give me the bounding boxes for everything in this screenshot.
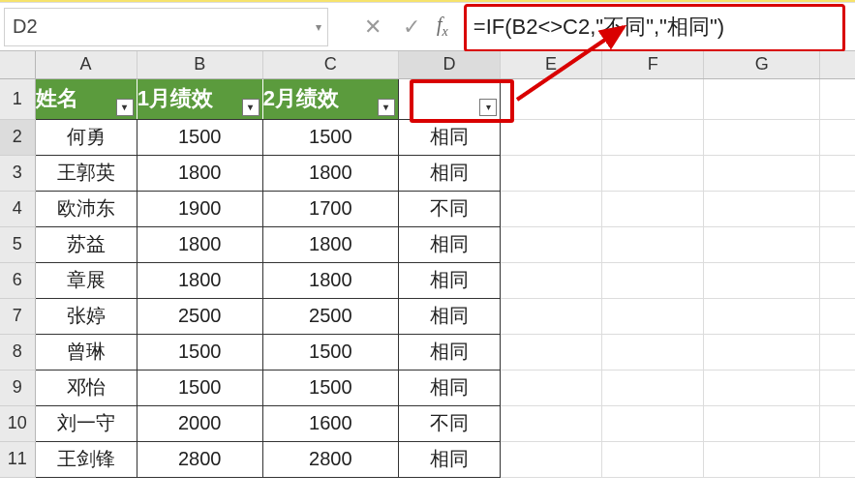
cell-E3[interactable] (501, 155, 602, 191)
cell-A2[interactable]: 何勇 (35, 119, 137, 155)
cell-D4[interactable]: 不同 (398, 191, 500, 226)
chevron-down-icon[interactable]: ▾ (316, 20, 321, 34)
row-header[interactable]: 7 (0, 298, 35, 334)
cell-G4[interactable] (704, 191, 820, 226)
col-header-D[interactable]: D (398, 51, 500, 78)
cell-A8[interactable]: 曾琳 (35, 334, 137, 370)
cell-G9[interactable] (704, 370, 820, 405)
cell-B3[interactable]: 1800 (137, 155, 262, 191)
col-header-E[interactable]: E (501, 51, 602, 78)
cell-C3[interactable]: 1800 (262, 155, 398, 191)
row-header[interactable]: 2 (0, 119, 35, 155)
cell-B5[interactable]: 1800 (137, 226, 262, 262)
cancel-icon[interactable]: ✕ (353, 8, 392, 46)
cell-C11[interactable]: 2800 (262, 441, 398, 477)
row-header[interactable]: 4 (0, 191, 35, 226)
cell-C6[interactable]: 1800 (262, 262, 398, 298)
cell-D6[interactable]: 相同 (398, 262, 500, 298)
cell-B10[interactable]: 2000 (137, 405, 262, 441)
filter-dropdown-icon[interactable]: ▾ (479, 99, 497, 116)
cell-B7[interactable]: 2500 (137, 298, 262, 334)
cell-F11[interactable] (602, 441, 704, 477)
col-header-F[interactable]: F (602, 51, 704, 78)
cell-F3[interactable] (602, 155, 704, 191)
cell-D11[interactable]: 相同 (398, 441, 500, 477)
cell-A7[interactable]: 张婷 (35, 298, 137, 334)
row-header[interactable]: 5 (0, 226, 35, 262)
col-header-B[interactable]: B (137, 51, 262, 78)
cell-G8[interactable] (704, 334, 820, 370)
fx-icon[interactable]: fx (437, 14, 448, 40)
cell-C2[interactable]: 1500 (262, 119, 398, 155)
cell-D3[interactable]: 相同 (398, 155, 500, 191)
confirm-icon[interactable]: ✓ (392, 8, 431, 46)
cell-C10[interactable]: 1600 (262, 405, 398, 441)
col-header-G[interactable]: G (704, 51, 820, 78)
cell-A9[interactable]: 邓怡 (35, 370, 137, 405)
cell-G2[interactable] (704, 119, 820, 155)
cell-F1[interactable] (602, 78, 704, 119)
cell-G5[interactable] (704, 226, 820, 262)
cell-E2[interactable] (501, 119, 602, 155)
cell-E10[interactable] (501, 405, 602, 441)
cell-G3[interactable] (704, 155, 820, 191)
cell-E7[interactable] (501, 298, 602, 334)
cell-F9[interactable] (602, 370, 704, 405)
cell-C5[interactable]: 1800 (262, 226, 398, 262)
cell-E8[interactable] (501, 334, 602, 370)
cell-A10[interactable]: 刘一守 (35, 405, 137, 441)
cell-A11[interactable]: 王剑锋 (35, 441, 137, 477)
cell-B6[interactable]: 1800 (137, 262, 262, 298)
cell-D7[interactable]: 相同 (398, 298, 500, 334)
cell-C7[interactable]: 2500 (262, 298, 398, 334)
filter-dropdown-icon[interactable]: ▾ (378, 99, 395, 116)
cell-A4[interactable]: 欧沛东 (35, 191, 137, 226)
row-header[interactable]: 11 (0, 441, 35, 477)
cell-F5[interactable] (602, 226, 704, 262)
cell-C8[interactable]: 1500 (262, 334, 398, 370)
cell-F2[interactable] (602, 119, 704, 155)
row-header[interactable]: 3 (0, 155, 35, 191)
cell-C4[interactable]: 1700 (262, 191, 398, 226)
cell-B8[interactable]: 1500 (137, 334, 262, 370)
cell-B11[interactable]: 2800 (137, 441, 262, 477)
cell-E4[interactable] (501, 191, 602, 226)
row-header[interactable]: 9 (0, 370, 35, 405)
cell-F8[interactable] (602, 334, 704, 370)
cell-G6[interactable] (704, 262, 820, 298)
cell-D10[interactable]: 不同 (398, 405, 500, 441)
cell-F4[interactable] (602, 191, 704, 226)
cell-F10[interactable] (602, 405, 704, 441)
cell-G11[interactable] (704, 441, 820, 477)
cell-G7[interactable] (704, 298, 820, 334)
filter-dropdown-icon[interactable]: ▾ (242, 99, 260, 116)
cell-G1[interactable] (704, 78, 820, 119)
cell-E9[interactable] (501, 370, 602, 405)
cell-F7[interactable] (602, 298, 704, 334)
col-header-C[interactable]: C (262, 51, 398, 78)
cell-D5[interactable]: 相同 (398, 226, 500, 262)
row-header[interactable]: 6 (0, 262, 35, 298)
row-header[interactable]: 1 (0, 78, 35, 119)
cell-G10[interactable] (704, 405, 820, 441)
table-header-A[interactable]: 姓名▾ (35, 78, 137, 119)
col-header-A[interactable]: A (35, 51, 137, 78)
row-header[interactable]: 10 (0, 405, 35, 441)
row-header[interactable]: 8 (0, 334, 35, 370)
cell-E5[interactable] (501, 226, 602, 262)
cell-D2[interactable]: 相同 (398, 119, 500, 155)
cell-A6[interactable]: 章展 (35, 262, 137, 298)
select-all-corner[interactable] (0, 51, 35, 78)
cell-D8[interactable]: 相同 (398, 334, 500, 370)
cell-F6[interactable] (602, 262, 704, 298)
table-header-C[interactable]: 2月绩效▾ (262, 78, 398, 119)
cell-E1[interactable] (501, 78, 602, 119)
name-box[interactable]: D2 ▾ (4, 8, 328, 46)
cell-C9[interactable]: 1500 (262, 370, 398, 405)
cell-A5[interactable]: 苏益 (35, 226, 137, 262)
cell-E6[interactable] (501, 262, 602, 298)
cell-E11[interactable] (501, 441, 602, 477)
cell-B2[interactable]: 1500 (137, 119, 262, 155)
cell-D9[interactable]: 相同 (398, 370, 500, 405)
cell-B4[interactable]: 1900 (137, 191, 262, 226)
